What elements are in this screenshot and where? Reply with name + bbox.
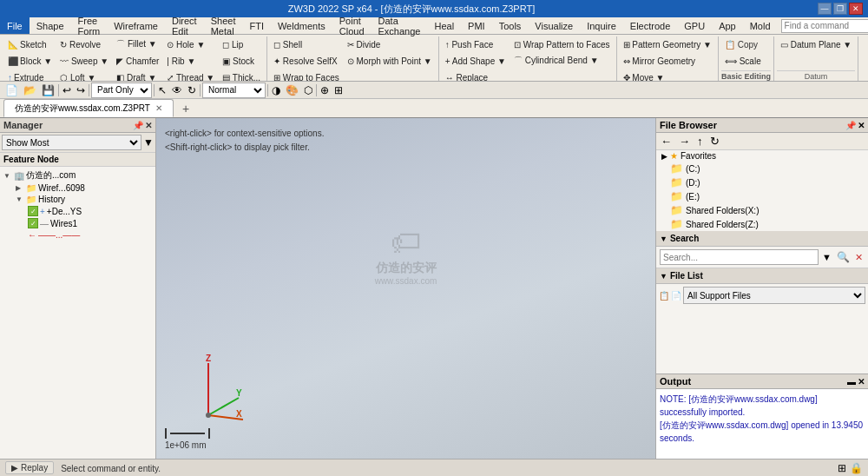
filter-icon[interactable]: ▼ [143,136,154,149]
view3d-icon[interactable]: ⬡ [302,83,314,97]
tab-add-btn[interactable]: + [175,100,196,117]
grid-icon[interactable]: ⊞ [332,83,345,97]
copy-btn[interactable]: 📋 Copy [721,36,765,52]
menu-item-gpu[interactable]: GPU [677,17,712,34]
tree-item-deys[interactable]: ✓ + +De...YS [2,205,154,217]
command-search-input[interactable] [781,19,868,33]
render-icon[interactable]: 🎨 [284,83,300,97]
menu-item-sheet-metal[interactable]: Sheet Metal [204,17,243,34]
open-icon[interactable]: 📂 [22,83,38,97]
fb-back-btn[interactable]: ← [658,135,674,148]
fb-item-drive-c[interactable]: 📁 (C:) [656,162,868,175]
fb-item-drive-d[interactable]: 📁 (D:) [656,175,868,189]
loft-btn[interactable]: ⬡ Loft ▼ [56,69,112,82]
morph-point-btn[interactable]: ⊙ Morph with Point ▼ [344,53,436,69]
replay-btn[interactable]: ▶ Replay [5,461,54,474]
resolve-selfx-btn[interactable]: ✦ Resolve SelfX [270,53,343,69]
hole-btn[interactable]: ⊙ Hole ▼ [163,36,218,52]
menu-item-weldments[interactable]: Weldments [271,17,332,34]
search-clear-icon[interactable]: ✕ [853,252,865,263]
search-input[interactable] [660,249,819,265]
chamfer-btn[interactable]: ◤ Chamfer [113,53,162,69]
fb-item-shared-x[interactable]: 📁 Shared Folders(X:) [656,203,868,217]
sweep-btn[interactable]: 〰 Sweep ▼ [56,53,112,69]
snap-icon[interactable]: ⊕ [319,83,331,97]
tree-item-wiref[interactable]: ▶ 📁 Wiref...6098 [2,182,154,194]
draft-btn[interactable]: ◧ Draft ▼ [113,69,162,82]
menu-item-fti[interactable]: FTI [242,17,271,34]
pattern-geometry-btn[interactable]: ⊞ Pattern Geometry ▼ [620,36,715,52]
stock-btn[interactable]: ▣ Stock [219,53,264,69]
status-icon-2[interactable]: 🔒 [850,462,863,474]
fb-item-favorites[interactable]: ▶ ★ Favorites [656,150,868,162]
fb-refresh-btn[interactable]: ↻ [707,135,722,148]
shell-btn[interactable]: ◻ Shell [270,36,343,52]
tree-item-root[interactable]: ▼ 🏢 仿造的...com [2,169,154,182]
menu-item-tools[interactable]: Tools [492,17,529,34]
scale-btn[interactable]: ⟺ Scale [721,53,765,69]
status-icon-1[interactable]: ⊞ [838,462,846,474]
wrap-pattern-btn[interactable]: ⊡ Wrap Pattern to Faces [510,36,614,52]
minimize-btn[interactable]: — [818,3,832,15]
restore-btn[interactable]: ❐ [833,3,847,15]
extrude-btn[interactable]: ↑ Extrude [4,69,56,82]
replace-btn[interactable]: ↔ Replace [442,69,510,82]
menu-item-direct-edit[interactable]: Direct Edit [165,17,204,34]
wrap-to-faces-btn[interactable]: ⊞ Wrap to Faces [270,69,343,82]
menu-item-inquire[interactable]: Inquire [580,17,623,34]
divide-btn[interactable]: ✂ Divide [344,36,436,52]
thick-btn[interactable]: ▤ Thick... [219,69,264,82]
manager-pin-icon[interactable]: 📌 [133,121,143,130]
menu-item-mold[interactable]: Mold [743,17,778,34]
fb-up-btn[interactable]: ↑ [694,135,706,148]
manager-close-icon[interactable]: ✕ [145,121,152,130]
output-close-icon[interactable]: ✕ [858,377,865,387]
redo-icon[interactable]: ↪ [75,83,87,97]
menu-item-heal[interactable]: Heal [427,17,461,34]
shading-icon[interactable]: ◑ [270,83,282,97]
undo-icon[interactable]: ↩ [61,83,73,97]
fb-item-drive-e[interactable]: 📁 (E:) [656,189,868,203]
add-shape-btn[interactable]: + Add Shape ▼ [442,53,510,69]
push-face-btn[interactable]: ↑ Push Face [442,36,510,52]
rotate-icon[interactable]: ↻ [186,83,198,97]
close-btn[interactable]: ✕ [849,3,863,15]
fb-close-icon[interactable]: ✕ [858,121,865,130]
menu-item-shape[interactable]: Shape [30,17,71,34]
sketch-btn[interactable]: 📐 Sketch [4,36,56,52]
search-go-icon[interactable]: 🔍 [835,251,852,263]
menu-item-visualize[interactable]: Visualize [528,17,580,34]
tree-item-history[interactable]: ▼ 📁 History [2,194,154,205]
new-icon[interactable]: 📄 [3,83,20,97]
menu-item-point-cloud[interactable]: Point Cloud [332,17,372,34]
display-mode-dropdown[interactable]: Normal Wireframe [202,83,266,98]
datum-plane-btn[interactable]: ▭ Datum Plane ▼ [777,36,855,52]
rib-btn[interactable]: | Rib ▼ [163,53,218,69]
fillet-btn[interactable]: ⌒ Fillet ▼ [113,36,162,52]
menu-item-freeform[interactable]: Free Form [71,17,108,34]
menu-item-pmi[interactable]: PMI [461,17,492,34]
fb-forward-btn[interactable]: → [676,135,693,148]
fb-pin-icon[interactable]: 📌 [845,121,856,130]
show-most-dropdown[interactable]: Show Most [2,135,141,150]
move-btn[interactable]: ✥ Move ▼ [620,69,715,82]
file-type-dropdown[interactable]: All Support Files Z3 Files STEP Files [683,287,865,304]
tab-close-icon[interactable]: ✕ [155,103,162,113]
menu-item-wireframe[interactable]: Wireframe [107,17,165,34]
block-btn[interactable]: ⬛ Block ▼ [4,53,56,69]
menu-item-electrode[interactable]: Electrode [623,17,677,34]
tree-item-arrow[interactable]: ← ——...—— [2,229,154,241]
mirror-geometry-btn[interactable]: ⇔ Mirror Geometry [620,53,715,69]
save-icon[interactable]: 💾 [40,83,56,97]
menu-item-file[interactable]: File [0,17,30,34]
fb-item-shared-z[interactable]: 📁 Shared Folders(Z:) [656,217,868,231]
revolve-btn[interactable]: ↻ Revolve [56,36,112,52]
search-dropdown-icon[interactable]: ▼ [820,252,833,262]
select-icon[interactable]: ↖ [156,83,168,97]
tab-active[interactable]: 仿造的安评www.ssdax.com.Z3PRT ✕ [3,99,174,117]
output-minimize-icon[interactable]: ▬ [847,377,856,387]
menu-item-app[interactable]: App [712,17,743,34]
menu-item-data-exchange[interactable]: Data Exchange [372,17,428,34]
thread-btn[interactable]: ⤢ Thread ▼ [163,69,218,82]
part-mode-dropdown[interactable]: Part Only Assembly [91,83,152,98]
